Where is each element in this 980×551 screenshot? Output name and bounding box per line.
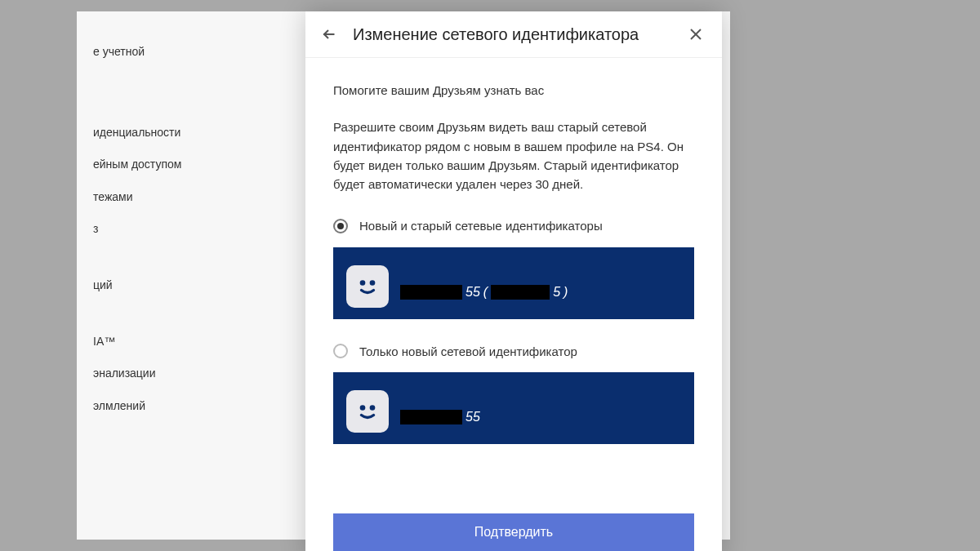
modal-header: Изменение сетевого идентификатора [305, 11, 722, 58]
sidebar-item: ций [93, 269, 289, 301]
preview-new-only: 55 [333, 372, 694, 444]
option-label: Новый и старый сетевые идентификаторы [359, 216, 603, 235]
confirm-button[interactable]: Подтвердить [333, 513, 694, 551]
avatar-icon [346, 265, 389, 308]
option-new-and-old[interactable]: Новый и старый сетевые идентификаторы [333, 216, 694, 235]
svg-point-4 [370, 280, 376, 286]
sidebar-item: иденциальности [93, 117, 289, 149]
sidebar-item: тежами [93, 181, 289, 213]
sidebar-item: энализации [93, 358, 289, 389]
change-online-id-modal: Изменение сетевого идентификатора Помоги… [305, 11, 722, 551]
modal-footer: Подтвердить [305, 500, 722, 551]
modal-description: Разрешите своим Друзьям видеть ваш стары… [333, 118, 694, 193]
modal-heading: Помогите вашим Друзьям узнать вас [333, 81, 694, 100]
sidebar-item: з [93, 213, 289, 245]
preview-id-text: 55 ( 5 ) [400, 282, 568, 308]
svg-point-3 [360, 280, 366, 286]
sidebar-item: элмлений [93, 390, 289, 422]
svg-point-6 [370, 405, 376, 411]
option-new-only[interactable]: Только новый сетевой идентификатор [333, 342, 694, 361]
close-button[interactable] [686, 24, 706, 44]
svg-point-5 [360, 405, 366, 411]
sidebar-item: ейным доступом [93, 149, 289, 180]
back-button[interactable] [318, 24, 338, 44]
radio-unselected-icon [333, 344, 348, 358]
sidebar-item: IA™ [93, 326, 289, 358]
redacted-old-id [491, 285, 550, 300]
option-label: Только новый сетевой идентификатор [359, 342, 577, 361]
radio-selected-icon [333, 219, 348, 233]
background-sidebar: е учетной иденциальности ейным доступом … [77, 11, 305, 540]
modal-body[interactable]: Помогите вашим Друзьям узнать вас Разреш… [305, 58, 722, 500]
avatar-icon [346, 390, 389, 433]
redacted-id [400, 410, 462, 424]
preview-id-text: 55 [400, 407, 480, 433]
redacted-id [400, 285, 462, 300]
modal-title: Изменение сетевого идентификатора [353, 25, 671, 44]
preview-new-and-old: 55 ( 5 ) [333, 247, 694, 319]
sidebar-item: е учетной [93, 36, 289, 68]
